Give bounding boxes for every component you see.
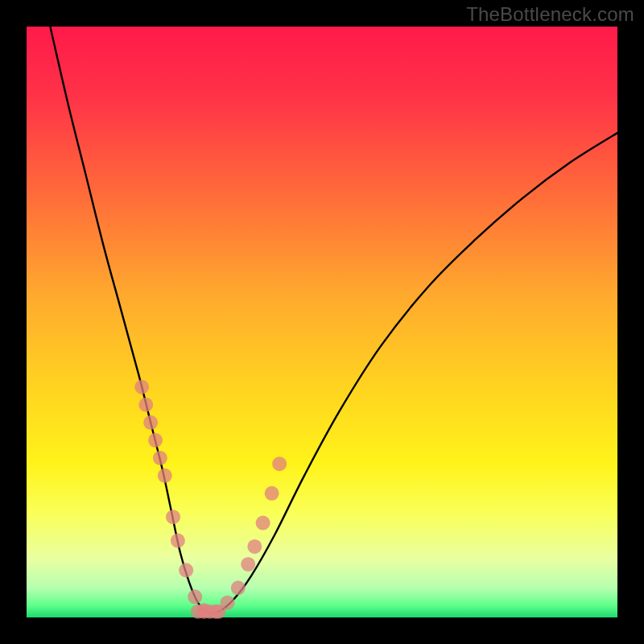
data-marker [256, 516, 270, 530]
data-marker [138, 398, 153, 412]
watermark-text: TheBottleneck.com [466, 3, 634, 26]
data-marker [179, 563, 193, 577]
data-marker [188, 589, 202, 604]
data-marker [153, 451, 167, 465]
data-marker [143, 415, 158, 430]
data-marker [158, 469, 172, 483]
data-marker [241, 557, 255, 572]
chart-container: TheBottleneck.com [0, 0, 644, 644]
plot-background [27, 27, 617, 617]
data-marker [247, 539, 262, 554]
bottom-fill-markers [191, 605, 223, 619]
data-marker [148, 433, 163, 448]
data-marker [272, 456, 287, 471]
data-marker [134, 380, 149, 394]
data-marker [265, 486, 279, 501]
data-marker [171, 534, 185, 548]
data-marker [221, 596, 235, 610]
data-marker [231, 580, 246, 595]
data-marker [166, 510, 180, 524]
data-marker [208, 605, 223, 619]
bottleneck-chart [0, 0, 644, 644]
